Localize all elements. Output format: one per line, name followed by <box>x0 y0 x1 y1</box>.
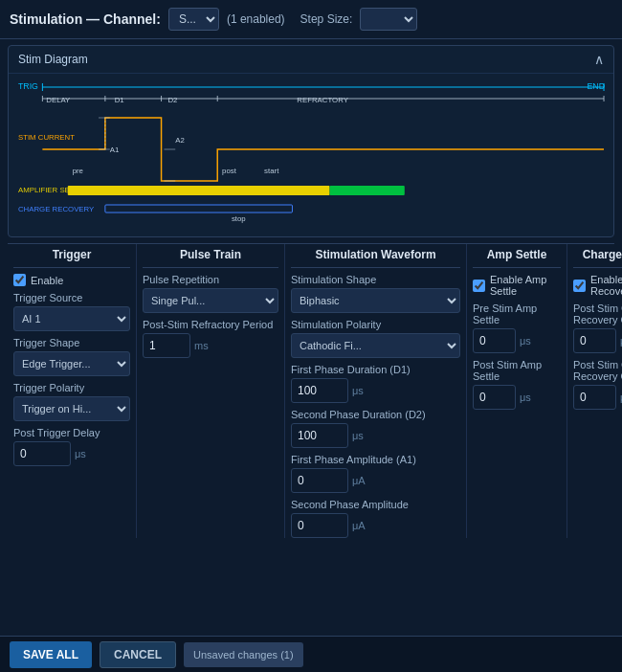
trigger-polarity-label: Trigger Polarity <box>13 382 130 393</box>
second-phase-dur-label: Second Phase Duration (D2) <box>291 409 460 420</box>
trigger-header: Trigger <box>13 244 130 268</box>
svg-text:STIM CURRENT: STIM CURRENT <box>18 133 75 142</box>
second-phase-dur-unit: μs <box>352 430 367 441</box>
trigger-enable-row: Enable <box>13 274 130 286</box>
pulse-train-header: Pulse Train <box>143 244 278 268</box>
svg-text:pre: pre <box>73 167 84 175</box>
diagram-header[interactable]: Stim Diagram ∧ <box>9 46 613 74</box>
post-trigger-delay-row: μs <box>13 441 130 466</box>
post-stim-amp-input[interactable] <box>473 385 516 410</box>
trigger-shape-select[interactable]: Edge Trigger... <box>13 351 130 376</box>
second-phase-amp-input[interactable] <box>291 513 348 538</box>
pre-stim-amp-label: Pre Stim Amp Settle <box>473 302 561 325</box>
post-stim-row: ms <box>143 333 278 358</box>
trigger-source-select[interactable]: AI 1 <box>13 306 130 331</box>
amp-settle-column: Amp Settle Enable Amp Settle Pre Stim Am… <box>467 244 567 538</box>
first-phase-amp-row: μA <box>291 468 460 493</box>
amp-settle-enable-checkbox[interactable] <box>473 280 485 292</box>
stim-shape-label: Stimulation Shape <box>291 274 460 285</box>
charge-recovery-enable-label: Enable Charge Recovery <box>590 274 622 297</box>
stim-polarity-label: Stimulation Polarity <box>291 319 460 330</box>
post-trigger-delay-input[interactable] <box>13 441 71 466</box>
svg-text:D1: D1 <box>115 96 125 104</box>
footer: SAVE ALL CANCEL Unsaved changes (1) <box>0 636 622 672</box>
post-stim-unit: ms <box>194 340 210 351</box>
pre-stim-amp-input[interactable] <box>473 328 516 353</box>
first-phase-dur-unit: μs <box>352 385 367 396</box>
post-off-input[interactable] <box>573 385 616 410</box>
trigger-enable-checkbox[interactable] <box>13 274 26 286</box>
svg-text:D2: D2 <box>167 96 177 104</box>
svg-rect-33 <box>105 205 293 213</box>
unsaved-badge: Unsaved changes (1) <box>184 642 303 667</box>
svg-rect-31 <box>330 186 405 195</box>
trigger-enable-label: Enable <box>31 275 63 286</box>
cancel-button[interactable]: CANCEL <box>100 641 176 668</box>
amp-settle-enable-label: Enable Amp Settle <box>490 274 561 297</box>
svg-text:A1: A1 <box>110 146 120 154</box>
svg-rect-30 <box>68 186 330 195</box>
amp-settle-enable-row: Enable Amp Settle <box>473 274 561 297</box>
second-phase-amp-row: μA <box>291 513 460 538</box>
pulse-repetition-select[interactable]: Singe Pul... <box>143 288 278 313</box>
trigger-shape-label: Trigger Shape <box>13 337 130 348</box>
stim-waveform-column: Stimulation Waveform Stimulation Shape B… <box>285 244 467 538</box>
step-size-select[interactable] <box>360 8 417 31</box>
svg-text:A2: A2 <box>175 136 185 145</box>
post-on-input[interactable] <box>573 328 616 353</box>
post-on-row: μs <box>573 328 622 353</box>
svg-text:stop: stop <box>232 214 246 223</box>
header: Stimulation — Channel: S... (1 enabled) … <box>0 0 622 39</box>
charge-recovery-enable-checkbox[interactable] <box>573 280 586 292</box>
second-phase-amp-label: Second Phase Amplitude <box>291 499 460 510</box>
second-phase-dur-input[interactable] <box>291 423 348 448</box>
first-phase-amp-unit: μA <box>352 475 367 486</box>
save-all-button[interactable]: SAVE ALL <box>10 641 92 668</box>
diagram-content: TRIG END DELAY D1 D2 REFRACTORY <box>9 74 613 236</box>
svg-text:CHARGE RECOVERY: CHARGE RECOVERY <box>18 205 95 213</box>
pulse-repetition-label: Pulse Repetition <box>143 274 278 285</box>
stim-shape-select[interactable]: Biphasic <box>291 288 460 313</box>
stim-waveform-header: Stimulation Waveform <box>291 244 460 268</box>
second-phase-amp-unit: μA <box>352 520 367 531</box>
trigger-source-label: Trigger Source <box>13 292 130 303</box>
second-phase-dur-row: μs <box>291 423 460 448</box>
trigger-column: Trigger Enable Trigger Source AI 1 Trigg… <box>8 244 137 538</box>
main-content: Trigger Enable Trigger Source AI 1 Trigg… <box>0 243 622 538</box>
first-phase-amp-label: First Phase Amplitude (A1) <box>291 454 460 465</box>
svg-text:TRIG: TRIG <box>18 81 38 91</box>
post-stim-input[interactable] <box>143 333 190 358</box>
charge-recovery-column: Charge Recovery Enable Charge Recovery P… <box>567 244 622 538</box>
post-on-label: Post Stim Charge Recovery On <box>573 302 622 325</box>
pre-stim-amp-unit: μs <box>520 335 535 347</box>
svg-text:start: start <box>264 167 279 175</box>
chevron-up-icon: ∧ <box>594 52 604 67</box>
pulse-train-column: Pulse Train Pulse Repetition Singe Pul..… <box>137 244 285 538</box>
svg-text:REFRACTORY: REFRACTORY <box>297 96 348 104</box>
first-phase-dur-row: μs <box>291 378 460 403</box>
trigger-polarity-select[interactable]: Trigger on Hi... <box>13 396 130 421</box>
post-stim-amp-unit: μs <box>520 392 535 403</box>
first-phase-amp-input[interactable] <box>291 468 348 493</box>
first-phase-dur-input[interactable] <box>291 378 348 403</box>
amp-settle-header: Amp Settle <box>473 244 561 268</box>
post-stim-amp-row: μs <box>473 385 561 410</box>
first-phase-dur-label: First Phase Duration (D1) <box>291 364 460 375</box>
post-off-row: μs <box>573 385 622 410</box>
post-stim-label: Post-Stim Refractory Period <box>143 319 278 330</box>
page-title: Stimulation — Channel: <box>10 11 161 27</box>
post-off-label: Post Stim Charge Recovery Off <box>573 359 622 382</box>
diagram-title: Stim Diagram <box>18 53 88 66</box>
pre-stim-amp-row: μs <box>473 328 561 353</box>
svg-text:DELAY: DELAY <box>46 96 71 104</box>
post-trigger-delay-label: Post Trigger Delay <box>13 427 130 438</box>
post-stim-amp-label: Post Stim Amp Settle <box>473 359 561 382</box>
stim-diagram-section: Stim Diagram ∧ TRIG END DELAY D1 D2 <box>8 45 614 237</box>
charge-recovery-enable-row: Enable Charge Recovery <box>573 274 622 297</box>
enabled-text: (1 enabled) <box>227 12 285 26</box>
svg-text:post: post <box>222 167 237 175</box>
step-size-label: Step Size: <box>300 12 353 26</box>
stim-polarity-select[interactable]: Cathodic Fi... <box>291 333 460 358</box>
charge-recovery-header: Charge Recovery <box>573 244 622 268</box>
channel-select[interactable]: S... <box>168 8 219 31</box>
